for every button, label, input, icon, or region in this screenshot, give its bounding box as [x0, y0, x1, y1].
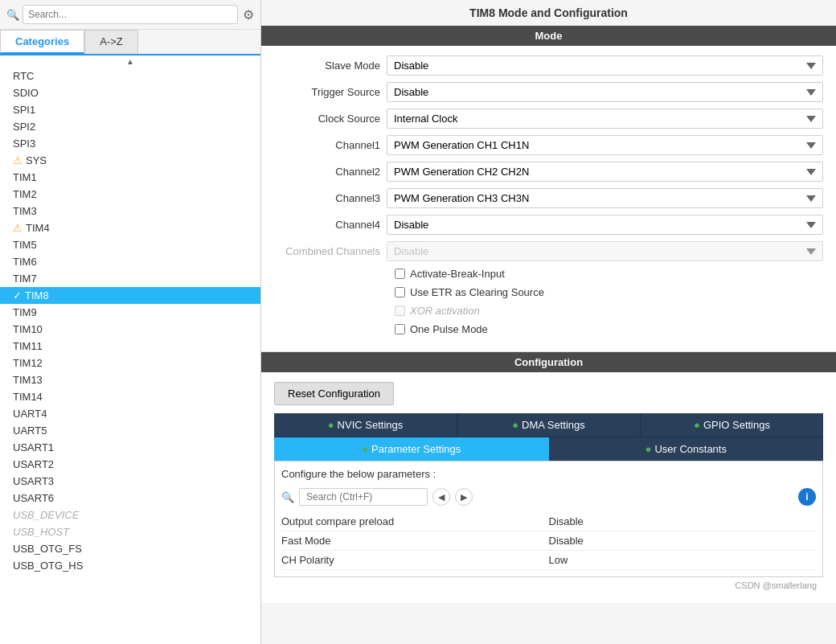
sidebar-item-label: USB_DEVICE: [13, 509, 79, 521]
sidebar-item-sys[interactable]: ⚠SYS: [0, 152, 260, 169]
sidebar-item-label: USART1: [13, 441, 54, 453]
config-tab-label: DMA Settings: [522, 419, 585, 431]
form-select-channel4[interactable]: Disable: [387, 215, 823, 235]
sidebar-item-usb_otg_hs[interactable]: USB_OTG_HS: [0, 557, 260, 574]
sidebar-item-tim9[interactable]: TIM9: [0, 304, 260, 321]
config-tabs-row1: ●NVIC Settings●DMA Settings●GPIO Setting…: [274, 413, 823, 437]
checkbox-label-use_etr: Use ETR as Clearing Source: [410, 286, 544, 298]
sidebar-item-tim1[interactable]: TIM1: [0, 169, 260, 186]
config-tab2-parameter[interactable]: ●Parameter Settings: [274, 437, 549, 461]
sidebar-item-label: SYS: [26, 154, 47, 166]
sidebar-item-usb_otg_fs[interactable]: USB_OTG_FS: [0, 540, 260, 557]
sidebar-item-label: UART4: [13, 408, 47, 420]
form-select-channel1[interactable]: PWM Generation CH1 CH1N: [387, 135, 823, 155]
sidebar-item-tim7[interactable]: TIM7: [0, 270, 260, 287]
config-tab-label: GPIO Settings: [703, 419, 770, 431]
warning-icon: ⚠: [13, 222, 23, 234]
sidebar-item-usb_host[interactable]: USB_HOST: [0, 523, 260, 540]
form-select-channel2[interactable]: PWM Generation CH2 CH2N: [387, 162, 823, 182]
param-value: Disable: [549, 515, 817, 527]
form-select-channel3[interactable]: PWM Generation CH3 CH3N: [387, 188, 823, 208]
reset-config-button[interactable]: Reset Configuration: [274, 382, 394, 405]
param-table: Output compare preloadDisableFast ModeDi…: [281, 512, 816, 570]
sidebar-item-tim6[interactable]: TIM6: [0, 253, 260, 270]
sidebar-item-uart4[interactable]: UART4: [0, 405, 260, 422]
form-row-channel4: Channel4Disable: [274, 215, 823, 235]
form-row-channel1: Channel1PWM Generation CH1 CH1N: [274, 135, 823, 155]
table-row: CH PolarityLow: [281, 551, 816, 570]
sidebar-item-tim8[interactable]: ✓TIM8: [0, 287, 260, 304]
form-select-slave_mode[interactable]: Disable: [387, 55, 823, 76]
sidebar-item-usart2[interactable]: USART2: [0, 456, 260, 473]
param-nav-prev[interactable]: ◀: [432, 488, 450, 506]
checkbox-use_etr[interactable]: [395, 287, 405, 297]
checkbox-one_pulse[interactable]: [395, 324, 405, 334]
sidebar-item-spi2[interactable]: SPI2: [0, 118, 260, 135]
config-tab-dma[interactable]: ●DMA Settings: [457, 413, 641, 437]
scroll-up-arrow[interactable]: ▲: [0, 55, 260, 68]
config-tab-nvic[interactable]: ●NVIC Settings: [274, 413, 457, 437]
tab-categories[interactable]: Categories: [0, 30, 84, 54]
sidebar-item-tim2[interactable]: TIM2: [0, 186, 260, 203]
checkbox-activate_break[interactable]: [395, 269, 405, 279]
sidebar-item-label: TIM14: [13, 391, 43, 403]
sidebar-item-label: SDIO: [13, 87, 39, 99]
config-tab2-user_constants[interactable]: ●User Constants: [549, 437, 824, 461]
gear-icon[interactable]: ⚙: [243, 7, 254, 23]
sidebar-item-usb_device[interactable]: USB_DEVICE: [0, 507, 260, 523]
info-button[interactable]: i: [798, 488, 816, 506]
sidebar-item-uart5[interactable]: UART5: [0, 422, 260, 439]
sidebar-item-usart1[interactable]: USART1: [0, 439, 260, 456]
sidebar-item-tim10[interactable]: TIM10: [0, 321, 260, 338]
sidebar-item-tim4[interactable]: ⚠TIM4: [0, 219, 260, 236]
sidebar-item-label: TIM4: [26, 222, 50, 234]
checkbox-label-activate_break: Activate-Break-Input: [410, 268, 505, 280]
sidebar-item-tim11[interactable]: TIM11: [0, 338, 260, 355]
sidebar-item-usart3[interactable]: USART3: [0, 473, 260, 490]
param-value: Disable: [549, 535, 817, 547]
tab-check-icon2: ●: [645, 443, 652, 455]
form-select-clock_source[interactable]: Internal Clock: [387, 109, 823, 129]
sidebar-item-label: TIM8: [25, 289, 49, 301]
sidebar-item-label: TIM5: [13, 239, 37, 251]
sidebar-item-label: TIM9: [13, 306, 37, 318]
sidebar-item-label: USB_HOST: [13, 526, 69, 538]
sidebar-item-label: USART6: [13, 492, 54, 504]
sidebar-item-label: UART5: [13, 425, 47, 437]
sidebar-item-tim12[interactable]: TIM12: [0, 355, 260, 371]
param-nav-next[interactable]: ▶: [455, 488, 473, 506]
check-icon: ✓: [13, 289, 22, 301]
config-section-header: Configuration: [261, 352, 836, 372]
form-select-trigger_source[interactable]: Disable: [387, 82, 823, 102]
sidebar-item-sdio[interactable]: SDIO: [0, 84, 260, 101]
sidebar-item-label: TIM2: [13, 188, 37, 200]
form-select-combined_channels: Disable: [387, 241, 823, 261]
config-content: Configure the below parameters : 🔍 ◀ ▶ i…: [274, 461, 823, 577]
config-tab-gpio[interactable]: ●GPIO Settings: [641, 413, 823, 437]
sidebar-item-spi1[interactable]: SPI1: [0, 101, 260, 118]
param-name: CH Polarity: [281, 554, 549, 566]
table-row: Fast ModeDisable: [281, 531, 816, 551]
tab-az[interactable]: A->Z: [84, 30, 138, 54]
param-search-input[interactable]: [299, 488, 428, 506]
sidebar-item-rtc[interactable]: RTC: [0, 68, 260, 84]
sidebar-item-usart6[interactable]: USART6: [0, 490, 260, 507]
sidebar-item-spi3[interactable]: SPI3: [0, 135, 260, 152]
form-row-channel2: Channel2PWM Generation CH2 CH2N: [274, 162, 823, 182]
sidebar-item-tim5[interactable]: TIM5: [0, 236, 260, 253]
param-value: Low: [549, 554, 817, 566]
checkbox-label-xor_activation: XOR activation: [410, 305, 480, 317]
sidebar-item-tim14[interactable]: TIM14: [0, 388, 260, 405]
form-row-slave_mode: Slave ModeDisable: [274, 55, 823, 76]
sidebar-item-label: SPI3: [13, 137, 35, 150]
form-label-channel2: Channel2: [274, 166, 387, 178]
tab-check-icon: ●: [328, 419, 334, 431]
search-input[interactable]: [23, 5, 238, 24]
sidebar-item-tim3[interactable]: TIM3: [0, 203, 260, 219]
sidebar-item-tim13[interactable]: TIM13: [0, 371, 260, 388]
checkbox-row-use_etr: Use ETR as Clearing Source: [274, 286, 823, 298]
config-tab-label: NVIC Settings: [338, 419, 404, 431]
mode-section: Slave ModeDisableTrigger SourceDisableCl…: [261, 46, 836, 352]
checkbox-row-activate_break: Activate-Break-Input: [274, 268, 823, 280]
mode-section-header: Mode: [261, 26, 836, 46]
